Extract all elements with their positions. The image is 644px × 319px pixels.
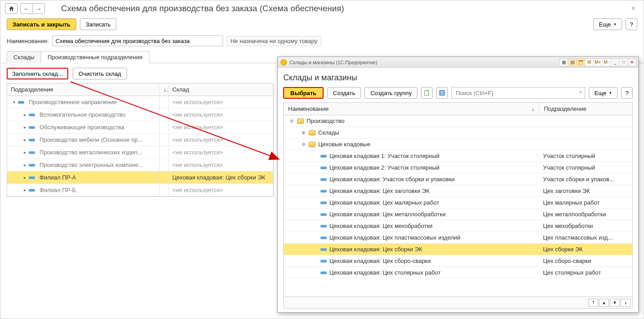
list-item[interactable]: Цеховая кладовая: Цех мехобработкиЦех ме… [284,220,632,232]
item-dept: Участок столярный [539,162,632,173]
clear-warehouse-button[interactable]: Очистить склад [73,68,127,79]
tree-toggle[interactable]: ▸ [22,137,27,142]
nav-down-button[interactable]: ▼ [610,299,620,307]
item-dept: Участок сборки и упаков... [539,174,632,185]
arrow-left-icon: ← [24,5,30,12]
tree-toggle[interactable]: ▸ [22,112,27,117]
save-button[interactable]: Записать [80,18,117,30]
dept-icon [29,164,35,166]
table-row[interactable]: ▸Производство электронных компоне...<не … [7,159,273,171]
head-dept[interactable]: Подразделение [7,83,160,96]
list-item[interactable]: Цеховая кладовая 2: Участок столярныйУча… [284,162,632,174]
forward-button[interactable]: → [32,3,45,14]
tab-warehouses[interactable]: Склады [7,51,41,63]
list-item[interactable]: Цеховая кладовая: Цех заготовки ЭКЦех за… [284,185,632,197]
list-item[interactable]: Цеховая кладовая: Цех сборо-сваркиЦех сб… [284,255,632,267]
table-row[interactable]: ▸Производство металлических издел...<не … [7,146,273,159]
dept-grid: Подразделение ↓ Склад ▾Производственное … [7,83,274,197]
tab-prod-units[interactable]: Производственные подразделения [41,51,149,63]
folder-icon [309,142,315,147]
tree-toggle[interactable]: ▸ [22,188,27,192]
table-row[interactable]: ▸Филиал ПР-Б<не используется> [7,184,273,197]
table-row[interactable]: ▸Обслуживающие производства<не используе… [7,121,273,134]
list-item[interactable]: Цеховая кладовая: Цех пластмассовых изде… [284,232,632,244]
mem-mplus-button[interactable]: M+ [593,58,602,66]
nav-last-button[interactable]: ⤓ [621,299,631,307]
warehouse-icon [320,236,327,239]
sklad-cell: <не используется> [169,121,273,133]
dept-label: Филиал ПР-А [39,174,76,181]
dept-label: Производственное направление [29,99,117,105]
dept-label: Филиал ПР-Б [39,187,76,193]
maximize-button[interactable]: □ [619,58,628,66]
sklad-cell: <не используется> [169,146,273,158]
tool-grid1-icon[interactable]: ▦ [559,58,568,66]
home-button[interactable] [5,3,18,14]
search-input[interactable] [451,87,585,99]
folder-icon [309,130,315,135]
tree-toggle[interactable]: ⊖ [289,118,294,123]
table-row[interactable]: ▸Филиал ПР-АЦеховая кладовая: Цех сборки… [7,171,273,184]
popup-help-button[interactable]: ? [621,87,633,99]
svg-rect-6 [440,91,444,92]
save-and-close-button[interactable]: Записать и закрыть [7,18,76,30]
tree-toggle[interactable]: ⊕ [301,130,306,135]
list-item[interactable]: Цеховая кладовая: Цех сборки ЭКЦех сборк… [284,244,632,255]
mem-m-button[interactable]: M [585,58,594,66]
tree-toggle[interactable]: ▸ [22,125,27,130]
back-button[interactable]: ← [20,3,33,14]
tree-toggle[interactable]: ▸ [22,162,27,167]
item-label: Цеховая кладовая: Цех металлообработки [329,211,446,218]
item-label: Цеховая кладовая: Цех мехобработки [329,223,433,229]
tool-calendar-icon[interactable] [576,58,585,66]
minimize-button[interactable]: _ [610,58,619,66]
help-button[interactable]: ? [626,18,637,30]
tree-toggle[interactable]: ▸ [22,175,27,180]
tool-calc-icon[interactable]: ▤ [568,58,577,66]
popup-head-name[interactable]: Наименование ↓ [284,103,539,115]
dept-icon [29,114,35,116]
list-item[interactable]: ⊖Цеховые кладовые [284,139,632,150]
select-button[interactable]: Выбрать [283,87,324,99]
table-row[interactable]: ▾Производственное направление<не использ… [7,96,273,109]
nav-first-button[interactable]: ⤒ [588,299,598,307]
more-button[interactable]: Еще [593,18,622,30]
popup-grid-body: ⊖Производство⊕Склады⊖Цеховые кладовыеЦех… [284,115,632,297]
name-input[interactable] [53,35,223,46]
list-item[interactable]: Цеховая кладовая: Участок сборки и упако… [284,174,632,185]
warehouse-icon [320,213,327,216]
svg-rect-7 [440,92,444,93]
fill-warehouse-button[interactable]: Заполнить склад... [7,68,68,79]
close-icon: × [631,4,635,12]
head-sort[interactable]: ↓ [160,83,169,96]
mem-mminus-button[interactable]: M- [602,58,611,66]
tree-toggle[interactable]: ▾ [12,100,16,105]
svg-rect-8 [440,94,444,95]
tree-toggle[interactable]: ▸ [22,150,27,155]
item-label: Производство [307,118,345,124]
tree-toggle[interactable]: ⊖ [301,142,306,147]
item-dept: Цех пластмассовых изд... [539,232,632,243]
list-mode-button[interactable] [436,87,448,99]
list-item[interactable]: Цеховая кладовая 1: Участок столярныйУча… [284,150,632,162]
list-item[interactable]: ⊖Производство [284,115,632,127]
create-group-button[interactable]: Создать группу [364,87,417,99]
dept-label: Обслуживающие производства [39,124,124,131]
table-row[interactable]: ▸Вспомогательное производство<не использ… [7,109,273,121]
list-item[interactable]: Цеховая кладовая: Цех металлообработкиЦе… [284,209,632,220]
head-sklad[interactable]: Склад [169,83,273,96]
refresh-button[interactable]: + [421,87,433,99]
list-item[interactable]: ⊕Склады [284,127,632,139]
table-row[interactable]: ▸Производство мебели (Основное пр...<не … [7,134,273,146]
nav-up-button[interactable]: ▲ [599,299,609,307]
close-button[interactable]: × [628,4,639,13]
popup-head-dept[interactable]: Подразделение [539,103,632,115]
create-button[interactable]: Создать [327,87,361,99]
dept-label: Производство электронных компоне... [39,162,143,168]
search-clear-button[interactable]: × [579,89,583,96]
list-item[interactable]: Цеховая кладовая: Цех столярных работЦех… [284,267,632,279]
popup-titlebar[interactable]: Склады и магазины (1С:Предприятие) ▦ ▤ M… [278,57,638,68]
list-item[interactable]: Цеховая кладовая: Цех малярных работЦех … [284,197,632,209]
popup-close-button[interactable]: ✕ [627,58,636,66]
popup-more-button[interactable]: Еще [589,87,618,99]
